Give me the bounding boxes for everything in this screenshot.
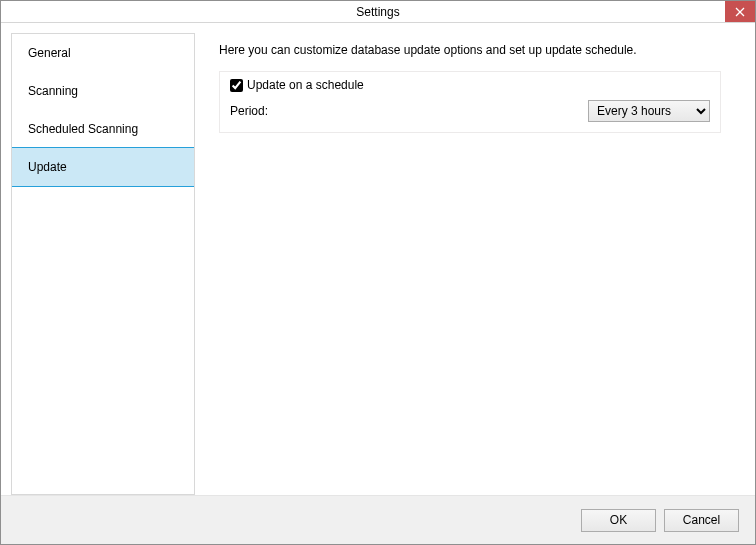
period-row: Period: Every 3 hours <box>230 100 710 122</box>
sidebar-item-label: Scheduled Scanning <box>28 122 138 136</box>
sidebar-item-update[interactable]: Update <box>11 147 195 187</box>
sidebar: General Scanning Scheduled Scanning Upda… <box>11 33 195 495</box>
settings-window: Settings General Scanning Scheduled Scan… <box>0 0 756 545</box>
period-select[interactable]: Every 3 hours <box>588 100 710 122</box>
footer: OK Cancel <box>1 495 755 544</box>
schedule-checkbox-label: Update on a schedule <box>247 78 364 92</box>
window-title: Settings <box>356 5 399 19</box>
content-area: Here you can customize database update o… <box>195 33 745 495</box>
period-label: Period: <box>230 104 268 118</box>
sidebar-item-label: Scanning <box>28 84 78 98</box>
close-icon <box>735 7 745 17</box>
close-button[interactable] <box>725 1 755 22</box>
cancel-button[interactable]: Cancel <box>664 509 739 532</box>
schedule-panel: Update on a schedule Period: Every 3 hou… <box>219 71 721 133</box>
ok-button[interactable]: OK <box>581 509 656 532</box>
sidebar-item-scanning[interactable]: Scanning <box>12 72 194 110</box>
sidebar-item-label: General <box>28 46 71 60</box>
page-description: Here you can customize database update o… <box>219 43 721 57</box>
titlebar: Settings <box>1 1 755 23</box>
sidebar-item-scheduled-scanning[interactable]: Scheduled Scanning <box>12 110 194 148</box>
body: General Scanning Scheduled Scanning Upda… <box>1 23 755 495</box>
sidebar-item-general[interactable]: General <box>12 34 194 72</box>
sidebar-item-label: Update <box>28 160 67 174</box>
schedule-checkbox[interactable] <box>230 79 243 92</box>
schedule-header: Update on a schedule <box>230 78 710 92</box>
